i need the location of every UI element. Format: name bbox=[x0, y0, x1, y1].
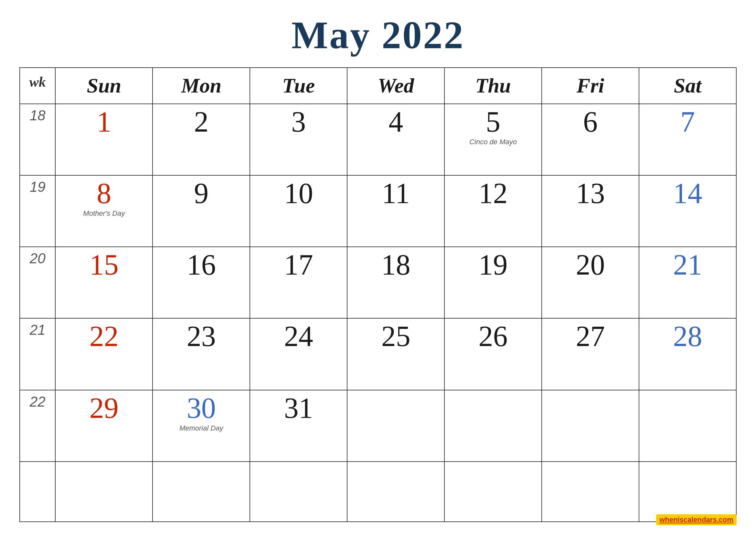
day-cell: 15 bbox=[55, 247, 152, 318]
day-cell: 11 bbox=[347, 175, 445, 247]
day-cell: 29 bbox=[55, 390, 152, 462]
day-number: 16 bbox=[155, 250, 247, 279]
day-number: 20 bbox=[545, 250, 636, 279]
day-cell: 27 bbox=[542, 318, 639, 390]
day-cell: 1 bbox=[55, 104, 152, 175]
day-cell bbox=[347, 462, 445, 522]
day-number: 25 bbox=[350, 322, 442, 351]
day-number: 21 bbox=[642, 250, 733, 279]
day-number: 27 bbox=[545, 322, 636, 351]
holiday-label: Mother's Day bbox=[58, 209, 149, 218]
day-cell: 25 bbox=[347, 318, 445, 390]
day-cell: 20 bbox=[542, 247, 639, 318]
day-cell: 28 bbox=[639, 318, 736, 390]
day-cell: 5Cinco de Mayo bbox=[445, 104, 542, 175]
day-number: 22 bbox=[58, 322, 149, 351]
day-cell: 16 bbox=[152, 247, 250, 318]
day-number: 17 bbox=[253, 250, 344, 279]
day-cell: 23 bbox=[152, 318, 250, 390]
week-row-3: 2015161718192021 bbox=[20, 247, 736, 318]
day-number: 11 bbox=[350, 179, 442, 208]
day-number: 19 bbox=[447, 250, 539, 279]
day-number: 2 bbox=[155, 107, 247, 136]
wk-number-1: 18 bbox=[20, 104, 55, 175]
day-cell: 19 bbox=[445, 247, 542, 318]
day-number: 31 bbox=[253, 394, 344, 423]
day-cell bbox=[639, 390, 736, 462]
header-fri: Fri bbox=[542, 68, 639, 104]
day-cell: 2 bbox=[152, 104, 250, 175]
day-cell: 6 bbox=[542, 104, 639, 175]
day-cell: 9 bbox=[152, 175, 250, 247]
day-cell bbox=[542, 462, 639, 522]
calendar-title: May 2022 bbox=[291, 13, 465, 58]
watermark-label[interactable]: wheniscalendars.com bbox=[656, 514, 737, 525]
header-thu: Thu bbox=[445, 68, 542, 104]
header-mon: Mon bbox=[152, 68, 250, 104]
header-wed: Wed bbox=[347, 68, 445, 104]
day-cell: 24 bbox=[250, 318, 347, 390]
day-number: 29 bbox=[58, 394, 149, 423]
day-cell: 13 bbox=[542, 175, 639, 247]
wk-number-6 bbox=[20, 462, 55, 522]
day-number: 14 bbox=[642, 179, 733, 208]
holiday-label: Cinco de Mayo bbox=[447, 138, 539, 146]
week-row-4: 2122232425262728 bbox=[20, 318, 736, 390]
day-cell: 26 bbox=[445, 318, 542, 390]
header-row: wk Sun Mon Tue Wed Thu Fri Sat bbox=[20, 68, 736, 104]
holiday-label: Memorial Day bbox=[155, 424, 247, 433]
week-row-6 bbox=[20, 462, 736, 522]
week-row-5: 222930Memorial Day31 bbox=[20, 390, 736, 462]
day-cell: 22 bbox=[55, 318, 152, 390]
day-number: 18 bbox=[350, 250, 442, 279]
day-number: 28 bbox=[642, 322, 733, 351]
day-cell: 17 bbox=[250, 247, 347, 318]
day-cell bbox=[152, 462, 250, 522]
day-number: 30 bbox=[155, 394, 247, 423]
week-row-2: 198Mother's Day91011121314 bbox=[20, 175, 736, 247]
day-cell: 18 bbox=[347, 247, 445, 318]
wk-number-5: 22 bbox=[20, 390, 55, 462]
day-cell bbox=[542, 390, 639, 462]
day-cell bbox=[347, 390, 445, 462]
day-cell: 21 bbox=[639, 247, 736, 318]
day-cell: 4 bbox=[347, 104, 445, 175]
day-cell: 30Memorial Day bbox=[152, 390, 250, 462]
day-number: 12 bbox=[447, 179, 539, 208]
day-cell bbox=[445, 390, 542, 462]
day-cell bbox=[639, 462, 736, 522]
day-cell bbox=[250, 462, 347, 522]
day-cell: 3 bbox=[250, 104, 347, 175]
day-number: 3 bbox=[253, 107, 344, 136]
day-number: 10 bbox=[253, 179, 344, 208]
wk-number-4: 21 bbox=[20, 318, 55, 390]
day-number: 26 bbox=[447, 322, 539, 351]
day-cell: 31 bbox=[250, 390, 347, 462]
week-row-1: 1812345Cinco de Mayo67 bbox=[20, 104, 736, 175]
day-number: 4 bbox=[350, 107, 442, 136]
day-number: 24 bbox=[253, 322, 344, 351]
header-sat: Sat bbox=[639, 68, 736, 104]
day-cell: 12 bbox=[445, 175, 542, 247]
calendar-table: wk Sun Mon Tue Wed Thu Fri Sat 1812345Ci… bbox=[19, 67, 737, 522]
wk-number-2: 19 bbox=[20, 175, 55, 247]
day-number: 23 bbox=[155, 322, 247, 351]
day-number: 8 bbox=[58, 179, 149, 208]
day-number: 6 bbox=[545, 107, 636, 136]
header-wk: wk bbox=[20, 68, 55, 104]
day-number: 13 bbox=[545, 179, 636, 208]
day-cell bbox=[55, 462, 152, 522]
header-tue: Tue bbox=[250, 68, 347, 104]
day-number: 15 bbox=[58, 250, 149, 279]
day-cell: 10 bbox=[250, 175, 347, 247]
day-cell: 8Mother's Day bbox=[55, 175, 152, 247]
day-number: 9 bbox=[155, 179, 247, 208]
header-sun: Sun bbox=[55, 68, 152, 104]
day-number: 7 bbox=[642, 107, 733, 136]
wk-number-3: 20 bbox=[20, 247, 55, 318]
day-number: 5 bbox=[447, 107, 539, 136]
day-cell: 14 bbox=[639, 175, 736, 247]
day-number: 1 bbox=[58, 107, 149, 136]
day-cell: 7 bbox=[639, 104, 736, 175]
day-cell bbox=[445, 462, 542, 522]
